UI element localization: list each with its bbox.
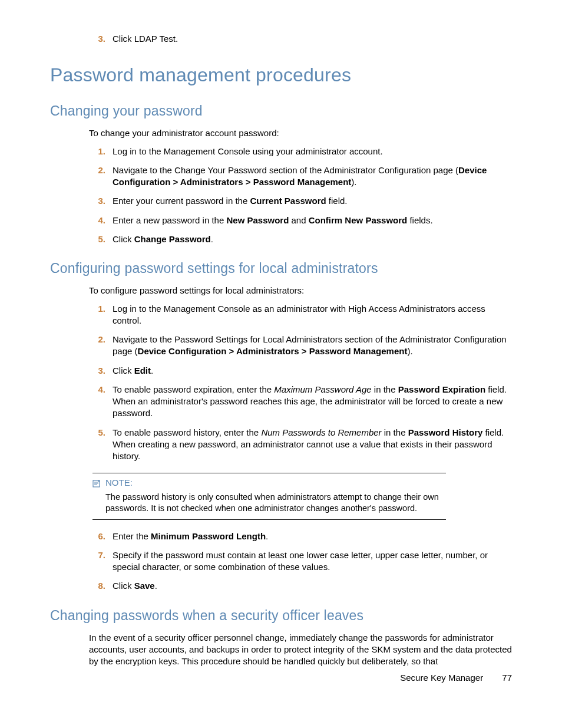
step-number: 1.	[89, 146, 113, 157]
field-name: Password History	[408, 427, 483, 437]
text-run: Click	[113, 234, 134, 244]
divider	[92, 519, 446, 520]
step-text: Enter the Minimum Password Length.	[113, 531, 515, 542]
list-item: 3. Click Edit.	[89, 365, 515, 377]
divider	[92, 473, 446, 473]
text-run: To enable password history, enter the	[113, 427, 261, 437]
text-run: ).	[407, 346, 412, 356]
list-item: 8. Click Save.	[89, 580, 515, 592]
list-item: 5. Click Change Password.	[89, 233, 515, 245]
section-intro: To configure password settings for local…	[89, 285, 515, 297]
step-text: Enter your current password in the Curre…	[113, 195, 515, 207]
document-page: 3. Click LDAP Test. Password management …	[50, 33, 515, 673]
ordered-list: 1. Log in to the Management Console usin…	[89, 146, 515, 246]
step-text: To enable password expiration, enter the…	[113, 384, 515, 420]
heading-2-configuring-settings: Configuring password settings for local …	[50, 259, 515, 278]
button-name: Change Password	[134, 234, 211, 244]
field-name: Confirm New Password	[309, 215, 408, 225]
step-text: Click Edit.	[113, 365, 515, 377]
step-text: Log in to the Management Console as an a…	[113, 303, 515, 327]
text-run: Click	[113, 365, 134, 375]
text-run: To enable password expiration, enter the	[113, 384, 274, 394]
nav-path: Device Configuration > Administrators > …	[138, 346, 408, 356]
step-number: 2.	[89, 164, 113, 189]
step-number: 3.	[89, 195, 113, 207]
field-name: Current Password	[250, 196, 326, 206]
note-block: NOTE: The password history is only consu…	[92, 473, 446, 519]
note-icon	[92, 479, 102, 487]
text-run: .	[151, 365, 153, 375]
option-name: Maximum Password Age	[274, 384, 371, 394]
option-name: Num Passwords to Remember	[261, 427, 381, 437]
text-run: in the	[372, 384, 398, 394]
section-intro: To change your administrator account pas…	[89, 127, 515, 139]
step-text: Navigate to the Password Settings for Lo…	[113, 334, 515, 358]
page-footer: Secure Key Manager 77	[400, 672, 512, 684]
list-item: 2. Navigate to the Password Settings for…	[89, 334, 515, 358]
text-run: .	[266, 531, 268, 541]
list-item: 3. Enter your current password in the Cu…	[89, 195, 515, 207]
step-number: 1.	[89, 303, 113, 327]
step-number: 5.	[89, 233, 113, 245]
text-run: .	[155, 581, 157, 591]
text-run: and	[289, 215, 308, 225]
text-run: Navigate to the Change Your Password sec…	[113, 165, 458, 175]
button-name: Save	[134, 581, 155, 591]
heading-2-changing-password: Changing your password	[50, 102, 515, 120]
step-number: 8.	[89, 580, 113, 592]
field-name: Minimum Password Length	[151, 531, 266, 541]
heading-1: Password management procedures	[50, 62, 515, 88]
step-number: 3.	[89, 365, 113, 377]
step-text: To enable password history, enter the Nu…	[113, 427, 515, 463]
step-number: 5.	[89, 427, 113, 463]
step-text: Enter a new password in the New Password…	[113, 215, 515, 226]
list-item: 6. Enter the Minimum Password Length.	[89, 531, 515, 542]
note-label: NOTE:	[105, 477, 133, 489]
text-run: Enter a new password in the	[113, 215, 226, 225]
field-name: New Password	[226, 215, 289, 225]
step-number: 4.	[89, 215, 113, 226]
list-item: 4. To enable password expiration, enter …	[89, 384, 515, 420]
text-run: ).	[351, 177, 356, 187]
page-number: 77	[502, 672, 512, 684]
list-item: 5. To enable password history, enter the…	[89, 427, 515, 463]
step-text: Click LDAP Test.	[113, 33, 515, 45]
footer-title: Secure Key Manager	[400, 673, 483, 683]
text-run: Enter the	[113, 531, 151, 541]
note-heading: NOTE:	[92, 477, 446, 489]
step-text: Specify if the password must contain at …	[113, 549, 515, 574]
button-name: Edit	[134, 365, 151, 375]
step-text: Log in to the Management Console using y…	[113, 146, 515, 157]
note-body: The password history is only consulted w…	[105, 492, 446, 515]
step-number: 4.	[89, 384, 113, 420]
list-item: 4. Enter a new password in the New Passw…	[89, 215, 515, 226]
list-item: 1. Log in to the Management Console as a…	[89, 303, 515, 327]
precursor-list: 3. Click LDAP Test.	[89, 33, 515, 45]
ordered-list: 1. Log in to the Management Console as a…	[89, 303, 515, 463]
list-item: 3. Click LDAP Test.	[89, 33, 515, 45]
step-text: Navigate to the Change Your Password sec…	[113, 164, 515, 189]
list-item: 7. Specify if the password must contain …	[89, 549, 515, 574]
step-text: Click Save.	[113, 580, 515, 592]
step-text: Click Change Password.	[113, 233, 515, 245]
text-run: Enter your current password in the	[113, 196, 250, 206]
text-run: .	[211, 234, 213, 244]
step-number: 2.	[89, 334, 113, 358]
text-run: in the	[382, 427, 408, 437]
step-number: 6.	[89, 531, 113, 542]
step-number: 3.	[89, 33, 113, 45]
list-item: 2. Navigate to the Change Your Password …	[89, 164, 515, 189]
step-number: 7.	[89, 549, 113, 574]
list-item: 1. Log in to the Management Console usin…	[89, 146, 515, 157]
field-name: Password Expiration	[398, 384, 485, 394]
text-run: Click	[113, 581, 134, 591]
heading-2-security-officer: Changing passwords when a security offic…	[50, 607, 515, 625]
text-run: fields.	[407, 215, 432, 225]
text-run: field.	[326, 196, 348, 206]
paragraph: In the event of a security officer perso…	[89, 632, 515, 668]
ordered-list-cont: 6. Enter the Minimum Password Length. 7.…	[89, 531, 515, 592]
